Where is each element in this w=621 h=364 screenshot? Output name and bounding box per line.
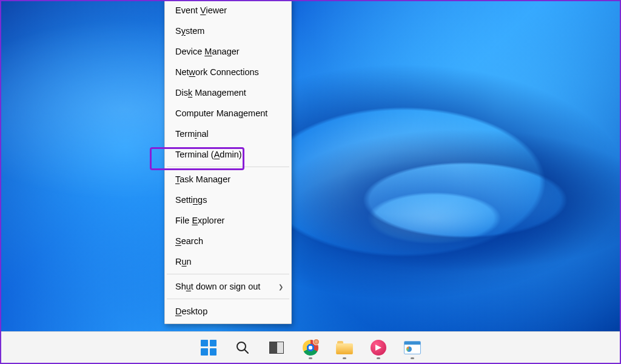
menu-item-label-post: earch [181, 236, 203, 246]
menu-item[interactable]: Shut down or sign out❯ [167, 276, 289, 297]
menu-item[interactable]: Disk Management [167, 82, 289, 103]
menu-item-label-post: nal [196, 129, 208, 139]
running-indicator [411, 357, 414, 359]
menu-item-label-pre: Device [175, 47, 204, 56]
menu-item-access-key: M [204, 47, 212, 56]
menu-item-label-pre: R [175, 257, 181, 266]
menu-item-label-pre: S [175, 26, 181, 36]
menu-item-access-key: V [200, 5, 206, 15]
menu-separator [167, 167, 289, 167]
menu-item-label-post: gs [198, 195, 207, 205]
file-explorer-button[interactable] [332, 335, 357, 360]
chrome-button[interactable] [298, 335, 323, 360]
menu-item-access-key: E [192, 216, 198, 225]
menu-item-label-post: ork Connections [195, 67, 259, 77]
menu-item-label-pre: Terminal ( [175, 150, 214, 159]
menu-item-label-pre: Sh [175, 282, 186, 291]
menu-item-label-post: n [187, 257, 192, 266]
menu-item-label-pre: Event [175, 5, 200, 15]
windows-logo-icon [201, 340, 217, 356]
menu-item-access-key: A [214, 150, 220, 159]
menu-item-access-key: u [186, 282, 191, 291]
menu-item[interactable]: Terminal (Admin) [167, 144, 289, 165]
menu-item[interactable]: Settings [167, 190, 289, 210]
menu-item[interactable]: System [167, 21, 289, 41]
running-indicator [309, 357, 312, 359]
pinned-app-button[interactable] [366, 335, 391, 360]
menu-item[interactable]: Task Manager [167, 169, 289, 190]
menu-item-label-pre: Setti [175, 195, 193, 205]
menu-item-access-key: u [181, 257, 186, 266]
menu-item-label-post: esktop [181, 306, 207, 316]
menu-item[interactable]: Search [167, 231, 289, 251]
menu-item-access-key: n [193, 195, 198, 205]
menu-item-label-post: Management [192, 88, 246, 98]
menu-item[interactable]: Device Manager [167, 41, 289, 62]
file-explorer-icon [336, 341, 353, 354]
task-view-button[interactable] [264, 335, 289, 360]
chevron-right-icon: ❯ [278, 283, 283, 290]
start-button[interactable] [196, 335, 221, 360]
menu-item-label-pre: Computer Mana [175, 108, 238, 118]
task-view-icon [269, 342, 284, 354]
menu-item-label-pre: Net [175, 67, 189, 77]
menu-item-label-post: ement [243, 108, 267, 118]
control-panel-button[interactable] [400, 335, 425, 360]
control-panel-icon [404, 341, 421, 354]
search-icon [235, 340, 250, 355]
chrome-icon [303, 340, 318, 356]
app-icon [371, 340, 386, 356]
menu-item[interactable]: Terminal [167, 124, 289, 144]
menu-item-label-post: xplorer [198, 216, 224, 225]
menu-item-label-pre: File [175, 216, 192, 225]
running-indicator [377, 357, 380, 359]
menu-item[interactable]: Network Connections [167, 62, 289, 82]
menu-item-access-key: S [175, 236, 181, 246]
menu-item-label-pre: Term [175, 129, 195, 139]
menu-item[interactable]: Run [167, 251, 289, 272]
wallpaper-art [1, 1, 620, 363]
menu-separator [167, 299, 289, 299]
menu-item-label-post: stem [186, 26, 204, 36]
running-indicator [343, 357, 346, 359]
taskbar [1, 331, 620, 363]
svg-line-1 [244, 349, 248, 353]
menu-item-label-pre: Dis [175, 88, 188, 98]
menu-item[interactable]: File Explorer [167, 210, 289, 231]
menu-item-label-post: iewer [206, 5, 227, 15]
menu-item[interactable]: Computer Management [167, 103, 289, 124]
menu-item-label-post: ask Manager [180, 174, 230, 184]
profile-badge-icon [313, 339, 320, 345]
search-button[interactable] [230, 335, 255, 360]
menu-item-label-post: t down or sign out [191, 282, 260, 291]
menu-item[interactable]: Desktop [167, 301, 289, 322]
menu-separator [167, 274, 289, 274]
winx-context-menu: Event ViewerSystemDevice ManagerNetwork … [164, 0, 292, 324]
menu-item-access-key: g [238, 108, 243, 118]
desktop-wallpaper: Event ViewerSystemDevice ManagerNetwork … [1, 1, 620, 363]
menu-item-access-key: y [181, 26, 186, 36]
menu-item-label-post: dmin) [220, 150, 241, 159]
menu-item[interactable]: Event Viewer [167, 0, 289, 21]
menu-item-label-post: anager [212, 47, 239, 56]
menu-item-access-key: D [175, 306, 181, 316]
menu-item-access-key: w [189, 67, 195, 77]
